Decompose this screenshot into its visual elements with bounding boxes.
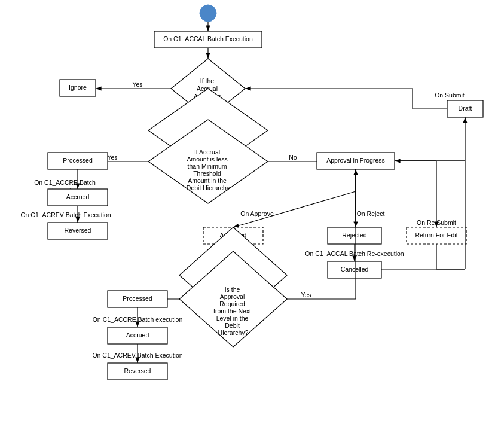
ignore-label: Ignore: [69, 84, 87, 91]
processed2-label: Processed: [123, 295, 152, 302]
yes1-label: Yes: [132, 81, 142, 88]
onreject-label: On Reject: [357, 210, 385, 217]
draft-label: Draft: [459, 105, 472, 112]
yes2-label: Yes: [107, 154, 117, 161]
reversed1-label: Reversed: [65, 227, 91, 234]
flowchart-diagram: On C1_ACCAL Batch Execution If the Accru…: [0, 0, 498, 448]
onsubmit-label: On Submit: [435, 92, 465, 99]
cancelled-label: Cancelled: [341, 266, 369, 273]
accrued2-label: Accrued: [126, 331, 149, 339]
return-edit-label: Return For Edit: [415, 231, 457, 239]
batch1-label: On C1_ACCAL Batch Execution: [163, 35, 253, 42]
approval-label: Approval in Progress: [326, 157, 384, 164]
onapprove-label: On Approve: [240, 210, 274, 217]
reversed2-label: Reversed: [124, 367, 151, 374]
accrued1-label: Accrued: [66, 193, 90, 200]
processed1-label: Processed: [63, 157, 93, 164]
start-node: [200, 5, 216, 22]
no2-label: No: [289, 154, 297, 161]
batch3-label: On C1_ACREV Batch Execution: [20, 211, 111, 218]
yes3-label: Yes: [301, 291, 311, 298]
rejected-label: Rejected: [342, 231, 367, 239]
